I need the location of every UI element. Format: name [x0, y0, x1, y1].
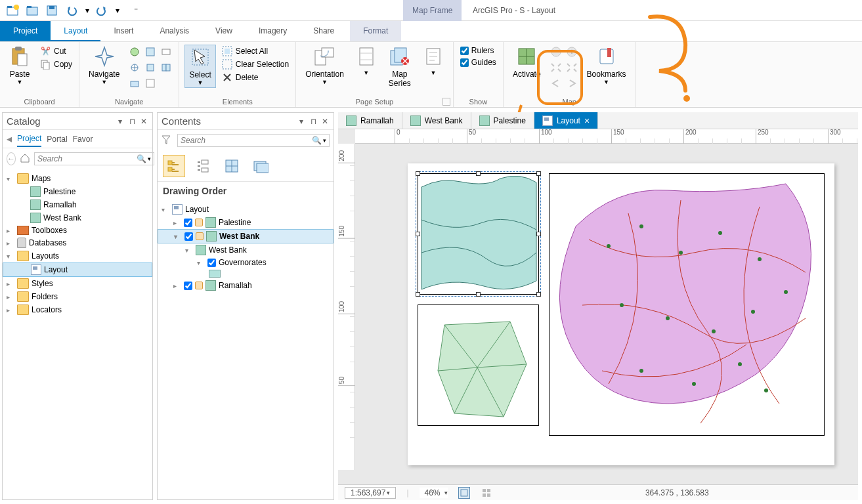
tab-project[interactable]: Project — [0, 21, 51, 41]
filter-icon[interactable] — [162, 135, 173, 146]
qat-customize-icon[interactable]: ⠀⁼ — [125, 3, 140, 18]
rulers-checkbox[interactable]: Rulers — [459, 45, 498, 56]
tab-insert[interactable]: Insert — [100, 21, 146, 41]
tab-view[interactable]: View — [202, 21, 246, 41]
mapframe-palestine[interactable] — [549, 173, 825, 436]
cut-button[interactable]: ✂️Cut — [38, 45, 74, 58]
layout-canvas[interactable]: 050100150200250300 20015010050 — [338, 129, 858, 484]
new-project-icon[interactable] — [5, 3, 21, 18]
map-next-extent-icon[interactable] — [565, 76, 579, 91]
contents-root-layout[interactable]: ▾Layout — [158, 203, 334, 216]
list-map-frame-button[interactable] — [221, 155, 243, 177]
tab-layout[interactable]: Layout — [51, 21, 100, 41]
nav-tool-icon[interactable] — [127, 60, 142, 75]
tab-imagery[interactable]: Imagery — [246, 21, 300, 41]
bookmarks-button[interactable]: Bookmarks▼ — [583, 45, 630, 87]
autohide-icon[interactable]: ⊓ — [309, 117, 318, 126]
catalog-search[interactable]: 🔍▾ — [34, 152, 154, 165]
view-tab-layout[interactable]: Layout× — [534, 112, 598, 129]
autohide-icon[interactable]: ⊓ — [127, 117, 137, 126]
redo-dropdown-icon[interactable]: ▾ — [114, 3, 121, 18]
contents-search-input[interactable] — [181, 136, 312, 145]
horizontal-ruler[interactable]: 050100150200250300 — [355, 129, 858, 144]
navigate-button[interactable]: Navigate▼ — [85, 45, 123, 87]
save-icon[interactable] — [45, 3, 60, 18]
contents-layer-governorates[interactable]: ▾Governorates — [158, 257, 334, 268]
map-extent-in-icon[interactable] — [549, 60, 563, 75]
map-prev-extent-icon[interactable] — [549, 76, 563, 91]
map-series-button[interactable]: Map Series — [385, 45, 415, 89]
view-tab-palestine[interactable]: Palestine — [471, 112, 534, 129]
search-icon[interactable]: 🔍 — [137, 154, 146, 163]
tab-analysis[interactable]: Analysis — [146, 21, 202, 41]
paste-button[interactable]: Paste▼ — [5, 45, 34, 87]
tab-format[interactable]: Format — [350, 21, 401, 41]
pane-menu-icon[interactable]: ▾ — [297, 117, 306, 126]
pane-menu-icon[interactable]: ▾ — [116, 117, 125, 126]
page-setup-launcher-icon[interactable] — [442, 98, 450, 106]
catalog-node-locators[interactable]: ▸Locators — [3, 303, 152, 316]
undo-dropdown-icon[interactable]: ▾ — [84, 3, 91, 18]
orientation-button[interactable]: Orientation▼ — [301, 45, 348, 87]
home-icon[interactable] — [20, 153, 30, 165]
tab-share[interactable]: Share — [300, 21, 347, 41]
select-button[interactable]: Select▼ — [184, 45, 215, 88]
mapframe-ramallah[interactable] — [418, 304, 539, 426]
scale-selector[interactable]: 1:563,697▾ — [345, 487, 396, 499]
nav-tool-icon[interactable] — [159, 45, 173, 59]
catalog-tab-portal[interactable]: Portal — [47, 135, 67, 146]
contents-frame-ramallah[interactable]: ▸Ramallah — [158, 279, 334, 292]
open-project-icon[interactable] — [25, 3, 41, 18]
catalog-node-folders[interactable]: ▸Folders — [3, 290, 152, 303]
map-extent-out-icon[interactable] — [565, 60, 579, 75]
catalog-node-maps[interactable]: ▾Maps — [3, 172, 152, 185]
nav-tool-icon[interactable] — [127, 76, 142, 91]
delete-button[interactable]: Delete — [220, 71, 290, 84]
close-icon[interactable]: × — [584, 116, 590, 126]
map-zoom-full-icon[interactable] — [549, 45, 563, 59]
clear-selection-button[interactable]: Clear Selection — [220, 58, 290, 71]
list-selection-button[interactable] — [249, 155, 272, 177]
mapframe-westbank[interactable] — [418, 173, 539, 295]
close-icon[interactable]: ✕ — [139, 117, 148, 126]
view-tab-westbank[interactable]: West Bank — [402, 112, 471, 129]
copy-button[interactable]: Copy — [38, 58, 74, 71]
catalog-search-input[interactable] — [37, 154, 137, 163]
close-icon[interactable]: ✕ — [320, 117, 330, 126]
nav-tool-icon[interactable] — [143, 76, 158, 91]
catalog-node-toolboxes[interactable]: ▸Toolboxes — [3, 224, 152, 236]
size-button[interactable]: ▼ — [352, 45, 381, 77]
nav-tool-icon[interactable] — [159, 60, 173, 75]
nav-tool-icon[interactable] — [143, 60, 158, 75]
view-mode-grid-icon[interactable] — [481, 487, 492, 499]
contents-swatch[interactable] — [158, 268, 334, 279]
nav-tool-icon[interactable] — [143, 45, 158, 59]
catalog-tab-favorites[interactable]: Favor — [73, 135, 93, 146]
undo-icon[interactable] — [64, 3, 80, 18]
list-drawing-order-button[interactable] — [163, 155, 185, 177]
search-icon[interactable]: 🔍 — [312, 136, 322, 145]
layout-page[interactable] — [408, 163, 834, 465]
catalog-item-layout[interactable]: Layout — [3, 262, 152, 277]
guides-checkbox[interactable]: Guides — [459, 56, 498, 68]
select-all-button[interactable]: Select All — [220, 45, 290, 58]
list-element-type-button[interactable] — [192, 155, 214, 177]
catalog-node-styles[interactable]: ▸Styles — [3, 277, 152, 290]
contents-search[interactable]: 🔍▾ — [177, 134, 330, 147]
page-setup-extra-button[interactable]: ▼ — [419, 45, 448, 77]
catalog-node-layouts[interactable]: ▾Layouts — [3, 249, 152, 262]
activate-button[interactable]: Activate — [509, 45, 545, 80]
catalog-item-palestine[interactable]: Palestine — [3, 185, 152, 198]
nav-back-icon[interactable]: ← — [7, 152, 16, 165]
contents-frame-westbank[interactable]: ▾West Bank — [158, 229, 334, 243]
catalog-item-ramallah[interactable]: Ramallah — [3, 198, 152, 211]
nav-tool-icon[interactable] — [127, 45, 142, 59]
map-fixed-zoom-icon[interactable]: + — [565, 45, 579, 59]
back-icon[interactable]: ◂ — [7, 133, 12, 148]
catalog-node-databases[interactable]: ▸Databases — [3, 236, 152, 249]
zoom-selector[interactable]: 46%▾ — [420, 488, 448, 498]
catalog-item-westbank[interactable]: West Bank — [3, 211, 152, 224]
catalog-tab-project[interactable]: Project — [17, 134, 41, 147]
contents-map-westbank[interactable]: ▾West Bank — [158, 243, 334, 257]
view-mode-normal-icon[interactable] — [458, 487, 470, 499]
